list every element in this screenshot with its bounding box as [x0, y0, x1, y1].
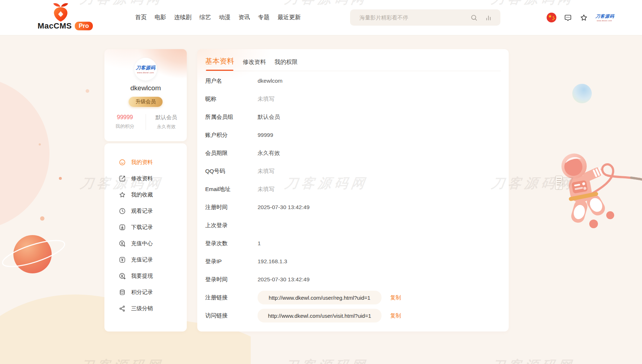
menu-item-label: 积分记录 [131, 289, 153, 296]
recharge-icon [119, 240, 126, 247]
blue-planet-decoration [572, 84, 592, 103]
profile-row: 上次登录 [205, 216, 501, 234]
profile-row: 登录时间 2025-07-30 13:42:49 [205, 270, 501, 289]
row-value: 未填写 [258, 168, 275, 175]
profile-row: 注册链接 http://www.dkewl.com/user/reg.html?… [205, 289, 501, 307]
chart-icon[interactable] [484, 14, 492, 22]
sidebar-menu-item[interactable]: 充值中心 [104, 235, 187, 252]
strawberry-logo-icon [51, 2, 70, 23]
profile-row: 登录IP 192.168.1.3 [205, 252, 501, 270]
profile-row: 用户名 dkewlcom [205, 72, 501, 90]
stat-value: 默认会员 [146, 114, 187, 121]
menu-item-label: 我要提现 [131, 273, 153, 280]
message-icon[interactable] [564, 13, 572, 22]
nav-item[interactable]: 首页 [135, 14, 147, 21]
row-label: 账户积分 [205, 131, 258, 139]
edit-icon [119, 175, 126, 182]
upgrade-member-button[interactable]: 升级会员 [129, 97, 163, 107]
profile-row: Email地址 未填写 [205, 180, 501, 198]
row-label: 登录次数 [205, 240, 258, 247]
row-label: Email地址 [205, 186, 258, 193]
row-value: dkewlcom [258, 78, 283, 84]
withdraw-icon [119, 272, 126, 280]
tab[interactable]: 我的权限 [275, 58, 298, 71]
share-icon [119, 305, 126, 312]
row-label: 上次登录 [205, 222, 258, 229]
row-value: 99999 [258, 132, 273, 138]
tab[interactable]: 基本资料 [205, 56, 234, 71]
row-label: 会员期限 [205, 150, 258, 157]
favorite-star-icon[interactable] [579, 13, 588, 22]
stat-label: 永久有效 [146, 124, 187, 130]
stat-label: 我的积分 [104, 123, 146, 130]
row-value: 默认会员 [258, 113, 280, 121]
nav-item[interactable]: 最近更新 [277, 14, 301, 21]
sidebar-menu-item[interactable]: 我的收藏 [104, 187, 187, 203]
page: MacCMS Pro 首页 电影 连续剧 综艺 动漫 资讯 专题 最近更新 [0, 0, 642, 364]
smiley-icon [119, 159, 126, 166]
clock-icon [119, 207, 126, 215]
stat-value: 99999 [104, 114, 146, 121]
star-icon [119, 191, 126, 199]
brand-badge: Pro [75, 22, 93, 30]
sidebar-menu-item[interactable]: 积分记录 [104, 284, 187, 300]
menu-item-label: 充值中心 [131, 240, 153, 247]
nav-item[interactable]: 动漫 [219, 14, 230, 21]
profile-row: 账户积分 99999 [205, 126, 501, 144]
menu-item-label: 充值记录 [131, 256, 153, 263]
yen-square-icon [119, 256, 126, 264]
menu-item-label: 我的收藏 [131, 191, 153, 198]
ringed-planet-decoration [0, 235, 67, 273]
sidebar-menu-item[interactable]: 下载记录 [104, 219, 187, 235]
nav-item[interactable]: 专题 [258, 14, 270, 21]
profile-row: 登录次数 1 [205, 234, 501, 252]
search-bar [350, 9, 500, 26]
row-label: 注册链接 [205, 294, 258, 302]
row-label: 访问链接 [205, 312, 258, 320]
profile-tabs: 基本资料 修改资料 我的权限 [205, 49, 501, 71]
china-flag-icon[interactable] [547, 13, 556, 22]
row-value: 永久有效 [258, 150, 280, 157]
menu-item-label: 观看记录 [131, 208, 153, 214]
site-mini-logo[interactable]: 刀客源码 www.dkewl.com [595, 13, 615, 22]
database-icon [119, 289, 126, 296]
username: dkewlcom [104, 84, 187, 92]
pink-circle-decoration [0, 77, 49, 230]
sidebar-menu-item[interactable]: 充值记录 [104, 252, 187, 268]
profile-row: 会员期限 永久有效 [205, 144, 501, 162]
row-value: 2025-07-30 13:42:49 [258, 276, 310, 283]
avatar[interactable]: 刀客源码 www.dkewl.com [134, 58, 157, 81]
nav-item[interactable]: 资讯 [238, 14, 250, 21]
row-label: QQ号码 [205, 168, 258, 175]
brand-logo[interactable]: MacCMS Pro [38, 2, 95, 31]
row-value: 1 [258, 240, 261, 247]
profile-stats: 99999 我的积分 默认会员 永久有效 [104, 114, 187, 130]
sidebar-menu-item[interactable]: 我的资料 [104, 154, 187, 170]
tab[interactable]: 修改资料 [243, 58, 266, 71]
row-label: 注册时间 [205, 204, 258, 211]
sidebar-menu-item[interactable]: 修改资料 [104, 170, 187, 187]
search-input[interactable] [350, 9, 470, 26]
profile-row: QQ号码 未填写 [205, 162, 501, 180]
nav-item[interactable]: 综艺 [199, 14, 211, 21]
watermark: 刀客源码网 [490, 357, 576, 364]
avatar-logo-url: www.dkewl.com [137, 72, 154, 74]
row-label: 登录时间 [205, 276, 258, 283]
search-icon[interactable] [470, 14, 478, 22]
menu-item-label: 修改资料 [131, 175, 153, 182]
nav-item[interactable]: 连续剧 [174, 14, 191, 21]
sidebar-menu-item[interactable]: 观看记录 [104, 203, 187, 219]
nav-item[interactable]: 电影 [155, 14, 166, 21]
copy-button[interactable]: 复制 [390, 294, 401, 301]
link-input[interactable] [258, 291, 382, 304]
sidebar-menu: 我的资料 修改资料 我的收藏 观看记录 下载记录 [104, 143, 187, 332]
row-value: 未填写 [258, 95, 275, 103]
avatar-logo-text: 刀客源码 [136, 65, 155, 71]
header-actions: 刀客源码 www.dkewl.com [547, 0, 614, 35]
sidebar-menu-item[interactable]: 三级分销 [104, 300, 187, 317]
user-profile-card: 刀客源码 www.dkewl.com dkewlcom 升级会员 99999 我… [104, 49, 187, 141]
profile-row: 访问链接 http://www.dkewl.com/user/visit.htm… [205, 307, 501, 325]
copy-button[interactable]: 复制 [390, 312, 401, 319]
link-input[interactable] [258, 309, 382, 322]
sidebar-menu-item[interactable]: 我要提现 [104, 268, 187, 284]
